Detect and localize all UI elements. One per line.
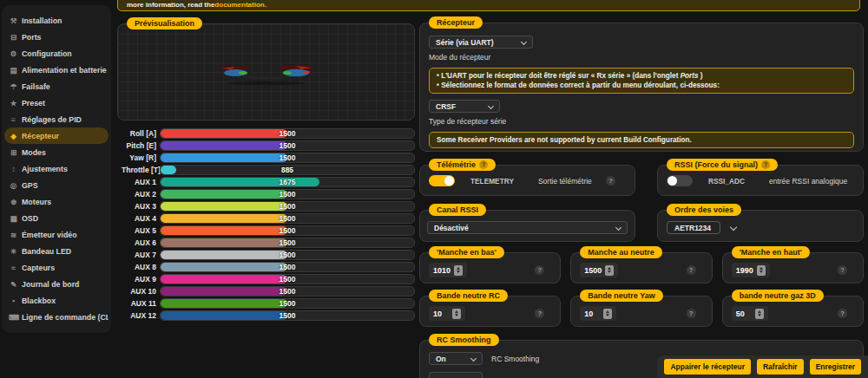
channel-track: 1500	[160, 262, 415, 272]
rc-deadband-input[interactable]: 10	[429, 306, 465, 321]
channel-label: AUX 4	[122, 214, 156, 223]
rssi-panel: RSSI (Force du signal) ? RSSI_ADC entrée…	[657, 165, 864, 196]
channel-value: 1500	[161, 129, 414, 138]
receiver-panel: Récepteur Série (via UART) Mode du récep…	[419, 23, 864, 152]
stepper-icon[interactable]	[603, 309, 612, 319]
help-icon[interactable]: ?	[479, 160, 488, 169]
stick-center-input[interactable]: 1500	[580, 263, 618, 277]
channel-track: 885	[160, 165, 415, 175]
build-config-note: Some Receiver Providers are not supporte…	[429, 132, 854, 148]
chevron-down-icon	[470, 355, 477, 361]
preview-badge: Prévisualisation	[127, 17, 202, 29]
telemetry-badge: Télémétrie ?	[429, 159, 496, 171]
stick-low-input[interactable]: 1010	[429, 263, 467, 277]
sidebar-item-capteurs[interactable]: ≈Capteurs	[4, 259, 108, 276]
bind-receiver-button[interactable]: Appairer le récepteur	[664, 359, 751, 375]
stepper-icon[interactable]	[755, 309, 764, 319]
channel-row: AUX 91500	[122, 273, 415, 285]
rc-smoothing-badge: RC Smoothing	[429, 334, 499, 346]
sidebar-item-alimentation[interactable]: ▤Alimentation et batterie	[4, 62, 108, 78]
serial-provider-label: Type de récepteur série	[429, 117, 854, 126]
sidebar-item-ajustements[interactable]: ↕Ajustements	[4, 160, 108, 177]
receiver-mode-label: Mode du récepteur	[429, 53, 854, 62]
telemetry-toggle[interactable]	[429, 175, 455, 186]
sidebar-item-label: Failsafe	[22, 82, 50, 91]
channel-label: AUX 6	[122, 238, 156, 247]
help-icon[interactable]: ?	[761, 160, 770, 169]
rssi-channel-select[interactable]: Désactivé	[427, 221, 628, 234]
serial-provider-select[interactable]: CRSF	[429, 100, 500, 113]
throttle3d-deadband-badge: bande neutre gaz 3D	[732, 290, 824, 302]
wrench-icon: ⚒	[9, 16, 18, 25]
chevron-down-icon[interactable]	[730, 223, 737, 230]
stick-low-panel: 'Manche en bas' 1010 ?	[419, 252, 561, 284]
channel-track: 1500	[160, 250, 415, 260]
sidebar-item-moteurs[interactable]: ⊛Moteurs	[4, 193, 108, 210]
sidebar-item-label: Ports	[22, 33, 42, 42]
channel-order-input[interactable]: AETR1234	[667, 221, 720, 234]
channel-label: Roll [A]	[122, 129, 156, 138]
sidebar-item-preset[interactable]: ★Preset	[4, 94, 108, 111]
help-icon[interactable]: ?	[838, 265, 847, 275]
sidebar-item-vtx[interactable]: ≋Émetteur vidéo	[4, 226, 108, 243]
sidebar-item-configuration[interactable]: ⚙Configuration	[4, 45, 108, 62]
sidebar-item-led[interactable]: ☀Bandeau LED	[4, 243, 108, 259]
sidebar-item-label: Alimentation et batterie	[22, 66, 107, 75]
help-icon[interactable]: ?	[838, 309, 847, 318]
channel-row: AUX 61500	[122, 237, 415, 249]
rc-deadband-panel: Bande neutre RC 10 ?	[419, 296, 561, 327]
rssi-adc-toggle[interactable]	[667, 175, 693, 186]
sidebar-item-journal[interactable]: ✎Journal de bord	[4, 276, 108, 292]
channel-row: AUX 11675	[122, 176, 415, 188]
channel-label: Yaw [R]	[122, 153, 156, 162]
receiver-mode-select[interactable]: Série (via UART)	[429, 36, 533, 49]
channel-label: AUX 11	[122, 299, 156, 308]
channel-track: 1500	[160, 238, 415, 248]
sidebar-item-failsafe[interactable]: ☂Failsafe	[4, 78, 108, 94]
help-icon[interactable]: ?	[687, 309, 696, 318]
channel-label: AUX 9	[122, 275, 156, 284]
sidebar-item-gps[interactable]: ◎GPS	[4, 177, 108, 193]
sidebar-item-cli[interactable]: ⌨Ligne de commande (CLI)	[4, 309, 108, 325]
sidebar-item-pid[interactable]: ≡Réglages de PID	[4, 111, 108, 127]
yaw-deadband-input[interactable]: 10	[580, 306, 616, 321]
help-icon[interactable]: ?	[535, 309, 544, 318]
stick-high-input[interactable]: 1990	[732, 263, 770, 277]
sidebar-item-recepteur[interactable]: ◈Récepteur	[4, 127, 108, 144]
channel-track: 1500	[160, 298, 415, 309]
receiver-note-line1: • L'UART pour le récepteur doit être rég…	[437, 71, 846, 81]
antenna-icon: ≋	[9, 231, 18, 239]
preview-panel: Prévisualisation	[117, 23, 415, 121]
rc-smoothing-select[interactable]: On	[429, 352, 483, 365]
channel-value: 1500	[161, 226, 414, 235]
help-icon[interactable]: ?	[606, 176, 615, 186]
save-button[interactable]: Enregistrer	[810, 359, 861, 375]
rssi-desc: entrée RSSI analogique	[769, 177, 847, 186]
action-bar: Appairer le récepteur Rafraîchir Enregis…	[657, 355, 868, 378]
sidebar-item-modes[interactable]: ⊞Modes	[4, 144, 108, 160]
channel-track: 1500	[160, 274, 415, 284]
partial-control[interactable]	[429, 372, 483, 378]
refresh-button[interactable]: Rafraîchir	[757, 359, 804, 375]
sidebar-item-ports[interactable]: ⊟Ports	[4, 29, 108, 45]
logbook-icon: ✎	[9, 280, 18, 289]
stick-high-badge: 'Manche en haut'	[732, 246, 810, 258]
telemetry-desc: Sortie télémétrie	[538, 177, 592, 186]
help-icon[interactable]: ?	[535, 265, 544, 275]
sidebar-item-installation[interactable]: ⚒Installation	[4, 12, 108, 29]
sidebar-item-osd[interactable]: ▦OSD	[4, 210, 108, 226]
documentation-link[interactable]: documentation.	[214, 1, 266, 9]
channel-value: 1500	[161, 251, 414, 259]
stepper-icon[interactable]	[757, 265, 766, 276]
sensors-icon: ≈	[9, 264, 18, 272]
channel-order-badge: Ordre des voies	[667, 204, 741, 216]
help-icon[interactable]: ?	[687, 265, 696, 275]
stepper-icon[interactable]	[605, 265, 614, 276]
sidebar-item-blackbox[interactable]: ▪Blackbox	[4, 292, 108, 309]
stepper-icon[interactable]	[454, 265, 463, 276]
motor-icon: ⊛	[9, 198, 18, 206]
throttle3d-deadband-input[interactable]: 50	[732, 306, 768, 321]
warning-text: more information, read the	[127, 1, 214, 9]
yaw-deadband-panel: Bande neutre Yaw 10 ?	[570, 296, 712, 327]
stepper-icon[interactable]	[452, 309, 461, 319]
